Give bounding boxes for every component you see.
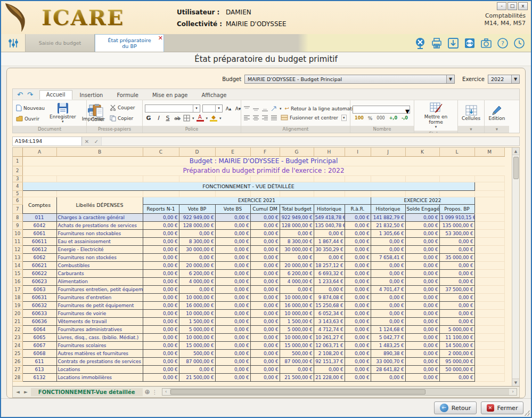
close-button[interactable]: x xyxy=(518,2,528,10)
cell-value[interactable]: 0,00 € xyxy=(405,261,439,269)
cell-value[interactable]: 0,00 € xyxy=(250,325,280,333)
cell-value[interactable]: 0,00 € xyxy=(439,301,474,309)
cell-value[interactable]: 0,00 € xyxy=(314,229,345,237)
cell[interactable] xyxy=(474,317,505,325)
bold-button[interactable]: G xyxy=(145,115,152,122)
row-number[interactable]: 6 xyxy=(13,197,22,204)
cell-libelle[interactable]: Fournitures d'entretien xyxy=(56,293,143,301)
cell-libelle[interactable]: Fournitures non stockables xyxy=(56,229,143,237)
row-number[interactable]: 5 xyxy=(13,190,22,197)
row-number[interactable]: 4 xyxy=(13,182,22,190)
export-button[interactable] xyxy=(447,37,460,50)
cell-value[interactable]: 0,00 € xyxy=(405,309,439,317)
cell[interactable] xyxy=(474,175,505,182)
cell[interactable] xyxy=(345,175,371,182)
enregistrer-button[interactable]: Enregistrer ▾ xyxy=(47,101,78,125)
table-row[interactable]: 27613Locations0,00 €0,00 €0,00 €0,00 €0,… xyxy=(13,365,505,373)
ribbon-tab-accueil[interactable]: Accueil xyxy=(39,90,72,100)
cell[interactable] xyxy=(314,175,345,182)
align-left-icon[interactable] xyxy=(243,115,250,120)
cell-value[interactable]: 135 000,00 € xyxy=(439,221,474,229)
cell[interactable] xyxy=(474,373,505,381)
cell-value[interactable]: 0,00 € xyxy=(345,261,371,269)
cell-value[interactable]: 0,00 € xyxy=(371,309,405,317)
table-row[interactable]: 2060633Fournitures de voirie0,00 €10 000… xyxy=(13,309,505,317)
disconnect-button[interactable] xyxy=(414,37,427,50)
cellules-button[interactable]: Cellules xyxy=(460,104,482,122)
font-size-select[interactable]: ▾ xyxy=(202,104,223,112)
cell[interactable] xyxy=(56,175,143,182)
cell-value[interactable]: 0,00 € xyxy=(215,221,250,229)
row-number[interactable]: 23 xyxy=(13,333,22,341)
cell-value[interactable]: 0,00 € xyxy=(345,357,371,365)
history-button[interactable] xyxy=(513,37,526,50)
cell-libelle[interactable]: Energie - Electricité xyxy=(56,245,143,253)
cell-value[interactable]: 0,00 € xyxy=(250,365,280,373)
ribbon-tab-insertion[interactable]: Insertion xyxy=(73,91,110,100)
cell-libelle[interactable]: Livres, disq., cass. (biblio. Médiat.) xyxy=(56,333,143,341)
cell-compte[interactable]: 011 xyxy=(22,213,56,221)
cell-value[interactable]: 11 100,00 € xyxy=(439,333,474,341)
cell-value[interactable]: 0,00 € xyxy=(405,357,439,365)
cell-compte[interactable]: 6042 xyxy=(22,221,56,229)
cell-value[interactable]: 1 305,66 € xyxy=(371,229,405,237)
cell-value[interactable]: 0,00 € xyxy=(250,229,280,237)
cell-value[interactable]: 0,00 € xyxy=(280,365,314,373)
cell-value[interactable]: 0,00 € xyxy=(143,213,179,221)
ribbon-tab-affichage[interactable]: Affichage xyxy=(195,91,233,100)
cell-value[interactable]: 0,00 € xyxy=(405,301,439,309)
cell-value[interactable]: 0,00 € xyxy=(143,301,179,309)
cell-value[interactable]: 0,00 € xyxy=(439,293,474,301)
table-row[interactable]: 136062Fournitures non stockées0,00 €0,00… xyxy=(13,253,505,261)
cell-value[interactable]: 87 000,00 € xyxy=(179,357,215,365)
column-header-E[interactable]: E xyxy=(215,148,250,156)
cell-value[interactable]: 0,00 € xyxy=(405,213,439,221)
cell-value[interactable]: 0,00 € xyxy=(345,301,371,309)
cell-value[interactable]: 15 000,00 € xyxy=(179,341,215,349)
cell-value[interactable]: 0,00 € xyxy=(143,245,179,253)
cell-compte[interactable]: 6065 xyxy=(22,333,56,341)
cell-value[interactable]: 0,00 € xyxy=(405,285,439,293)
cell[interactable] xyxy=(474,293,505,301)
cell-value[interactable]: 1 500,00 € xyxy=(280,317,314,325)
cell-value[interactable]: 0,00 € xyxy=(143,237,179,245)
column-header-J[interactable]: J xyxy=(371,148,405,156)
row-number[interactable]: 17 xyxy=(13,285,22,293)
column-header-G[interactable]: G xyxy=(280,148,314,156)
column-header-B[interactable]: B xyxy=(56,148,143,156)
cell-value[interactable]: 0,00 € xyxy=(439,261,474,269)
row-number[interactable]: 18 xyxy=(13,293,22,301)
column-header-M[interactable]: M xyxy=(474,148,505,156)
align-center-icon[interactable] xyxy=(252,115,259,120)
cell-value[interactable]: 0,00 € xyxy=(179,253,215,261)
chevron-down-icon[interactable]: ▼ xyxy=(511,75,519,83)
sheet-subtitle[interactable]: Préparation du budget primitif de l'exer… xyxy=(22,166,505,175)
cell-value[interactable]: 6 200,00 € xyxy=(280,269,314,277)
cell-value[interactable]: 0,00 € xyxy=(345,269,371,277)
decrease-decimal-icon[interactable]: -,0 xyxy=(402,116,408,120)
cell[interactable] xyxy=(474,269,505,277)
cell[interactable] xyxy=(474,253,505,261)
row-number[interactable]: 24 xyxy=(13,341,22,349)
cell[interactable] xyxy=(474,261,505,269)
cell[interactable] xyxy=(179,175,215,182)
cell-value[interactable]: 10 000,00 € xyxy=(280,293,314,301)
row-number[interactable]: 8 xyxy=(13,213,22,221)
table-row[interactable]: 236065Livres, disq., cass. (biblio. Médi… xyxy=(13,333,505,341)
cell-libelle[interactable]: Fournitures entretien, petit équipement xyxy=(56,285,143,293)
header-libelles[interactable]: Libellés DÉPENSES xyxy=(56,197,143,213)
cell-value[interactable]: 12 063,71 € xyxy=(314,341,345,349)
cell-value[interactable]: 0,00 € xyxy=(405,237,439,245)
cell-value[interactable]: 0,00 € xyxy=(250,341,280,349)
cell[interactable] xyxy=(215,175,250,182)
cell-libelle[interactable]: Fournitures non stockées xyxy=(56,253,143,261)
cell-compte[interactable]: 60622 xyxy=(22,269,56,277)
row-number[interactable]: 15 xyxy=(13,269,22,277)
cell-value[interactable]: 28 641,82 € xyxy=(371,365,405,373)
cell[interactable] xyxy=(474,309,505,317)
cell-value[interactable]: 0,00 € xyxy=(143,293,179,301)
cell-value[interactable]: 0,00 € xyxy=(215,237,250,245)
cell-value[interactable]: 0,00 € xyxy=(439,309,474,317)
table-row[interactable]: 256068Autres matières et fournitures0,00… xyxy=(13,349,505,357)
cell-libelle[interactable]: Fournitures de voirie xyxy=(56,309,143,317)
